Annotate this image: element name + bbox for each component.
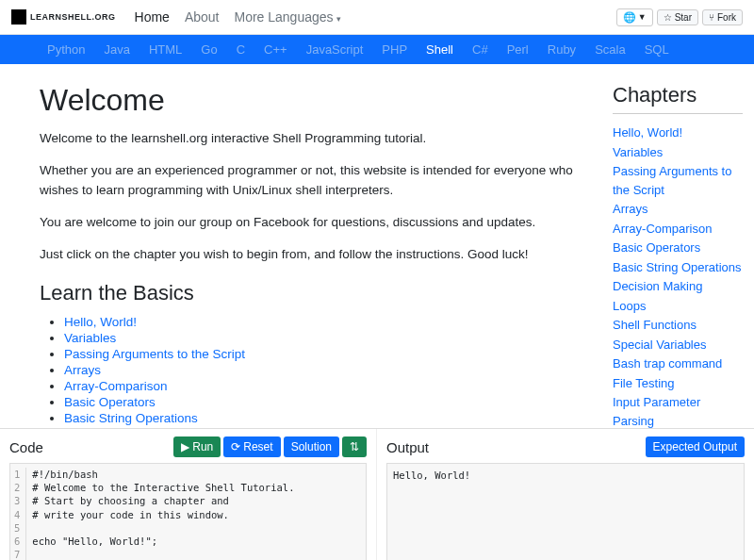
list-item: Basic Operators <box>64 395 594 409</box>
list-item: Basic String Operations <box>64 411 594 425</box>
main-area: Welcome Welcome to the learnshell.org in… <box>0 64 754 428</box>
lang-shell[interactable]: Shell <box>417 41 463 58</box>
lang-html[interactable]: HTML <box>139 41 191 58</box>
sidebar-divider <box>613 113 743 114</box>
language-selector[interactable]: 🌐▼ <box>616 8 653 26</box>
sidebar-chapter-link[interactable]: Special Variables <box>613 336 743 354</box>
list-item: Hello, World! <box>64 315 594 329</box>
sidebar-chapter-link[interactable]: Basic String Operations <box>613 258 743 277</box>
star-button[interactable]: ☆Star <box>657 9 698 25</box>
sidebar-chapter-link[interactable]: Shell Functions <box>613 316 743 335</box>
play-icon: ▶ <box>181 440 189 453</box>
sidebar-chapter-link[interactable]: Loops <box>613 297 743 316</box>
lang-c[interactable]: C# <box>463 41 498 58</box>
sidebar-chapter-link[interactable]: Input Parameter Parsing <box>613 393 743 428</box>
run-button[interactable]: ▶Run <box>173 436 221 457</box>
list-item: Variables <box>64 331 594 345</box>
lang-perl[interactable]: Perl <box>498 41 538 58</box>
sidebar-chapter-link[interactable]: Hello, World! <box>613 124 743 142</box>
lang-php[interactable]: PHP <box>372 41 417 58</box>
lang-ruby[interactable]: Ruby <box>538 41 585 58</box>
fork-button[interactable]: ⑂Fork <box>702 9 743 25</box>
chapter-link[interactable]: Variables <box>64 331 116 345</box>
code-editor[interactable]: 1234567 #!/bin/bash# Welcome to the Inte… <box>9 463 367 560</box>
basics-list: Hello, World!VariablesPassing Arguments … <box>40 315 594 428</box>
nav-home[interactable]: Home <box>127 4 177 30</box>
lang-python[interactable]: Python <box>38 41 94 58</box>
page-title: Welcome <box>40 83 594 118</box>
chapter-link[interactable]: Basic Operators <box>64 395 156 409</box>
chapter-link[interactable]: Basic String Operations <box>64 411 198 425</box>
sidebar-chapter-link[interactable]: File Testing <box>613 374 743 393</box>
lang-javascript[interactable]: JavaScript <box>297 41 373 58</box>
chevron-down-icon: ▼ <box>638 12 647 22</box>
nav-more-languages[interactable]: More Languages ▾ <box>226 4 349 30</box>
bottom-panel: Code ▶Run ⟳Reset Solution ⇅ 1234567 #!/b… <box>0 428 754 560</box>
nav-links: HomeAboutMore Languages ▾ <box>127 4 350 30</box>
lang-go[interactable]: Go <box>191 41 226 58</box>
output-area: Hello, World! <box>386 463 745 560</box>
chapter-link[interactable]: Arrays <box>64 363 101 377</box>
sidebar-chapter-link[interactable]: Variables <box>613 143 743 162</box>
reset-button[interactable]: ⟳Reset <box>223 436 280 457</box>
sidebar: Chapters Hello, World!VariablesPassing A… <box>613 83 754 428</box>
logo-icon <box>11 9 26 25</box>
sidebar-chapter-link[interactable]: Decision Making <box>613 277 743 296</box>
lang-scala[interactable]: Scala <box>585 41 635 58</box>
toggle-icon: ⇅ <box>350 440 359 453</box>
output-pane: Output Expected Output Hello, World! Pow… <box>377 429 754 560</box>
chapter-link[interactable]: Decision Making <box>64 427 157 428</box>
lang-sql[interactable]: SQL <box>635 41 679 58</box>
intro-paragraph: Just click on the chapter you wish to be… <box>40 245 594 264</box>
chapter-link[interactable]: Array-Comparison <box>64 379 168 393</box>
refresh-icon: ⟳ <box>231 440 240 453</box>
sidebar-chapter-link[interactable]: Basic Operators <box>613 239 743 257</box>
fork-icon: ⑂ <box>709 12 714 23</box>
output-title: Output <box>386 439 429 455</box>
sidebar-heading: Chapters <box>613 83 743 107</box>
nav-about[interactable]: About <box>177 4 227 30</box>
expected-output-button[interactable]: Expected Output <box>646 436 745 457</box>
basics-heading: Learn the Basics <box>40 281 594 305</box>
list-item: Decision Making <box>64 427 594 428</box>
top-right: 🌐▼ ☆Star ⑂Fork <box>616 8 743 26</box>
list-item: Arrays <box>64 363 594 377</box>
intro-paragraph: Whether you are an experienced programme… <box>40 161 594 200</box>
intro-paragraph: You are welcome to join our group on Fac… <box>40 213 594 232</box>
toggle-button[interactable]: ⇅ <box>342 436 367 457</box>
top-nav: LEARNSHELL.ORG HomeAboutMore Languages ▾… <box>0 0 754 35</box>
code-title: Code <box>9 439 43 455</box>
language-nav: PythonJavaHTMLGoCC++JavaScriptPHPShellC#… <box>0 35 754 64</box>
globe-icon: 🌐 <box>623 11 636 24</box>
lang-java[interactable]: Java <box>94 41 139 58</box>
lang-c[interactable]: C++ <box>254 41 297 58</box>
intro-paragraph: Welcome to the learnshell.org interactiv… <box>40 129 594 148</box>
list-item: Passing Arguments to the Script <box>64 347 594 361</box>
chapter-link[interactable]: Hello, World! <box>64 315 137 329</box>
sidebar-chapter-link[interactable]: Bash trap command <box>613 354 743 373</box>
sidebar-chapter-link[interactable]: Arrays <box>613 200 743 219</box>
star-icon: ☆ <box>664 12 672 23</box>
logo-text: LEARNSHELL.ORG <box>30 12 116 22</box>
chapter-link[interactable]: Passing Arguments to the Script <box>64 347 245 361</box>
solution-button[interactable]: Solution <box>284 436 339 457</box>
code-pane: Code ▶Run ⟳Reset Solution ⇅ 1234567 #!/b… <box>0 429 377 560</box>
logo[interactable]: LEARNSHELL.ORG <box>11 9 116 25</box>
sidebar-chapter-link[interactable]: Passing Arguments to the Script <box>613 162 743 199</box>
list-item: Array-Comparison <box>64 379 594 393</box>
sidebar-chapter-link[interactable]: Array-Comparison <box>613 220 743 239</box>
lang-c[interactable]: C <box>227 41 254 58</box>
content: Welcome Welcome to the learnshell.org in… <box>0 83 613 428</box>
